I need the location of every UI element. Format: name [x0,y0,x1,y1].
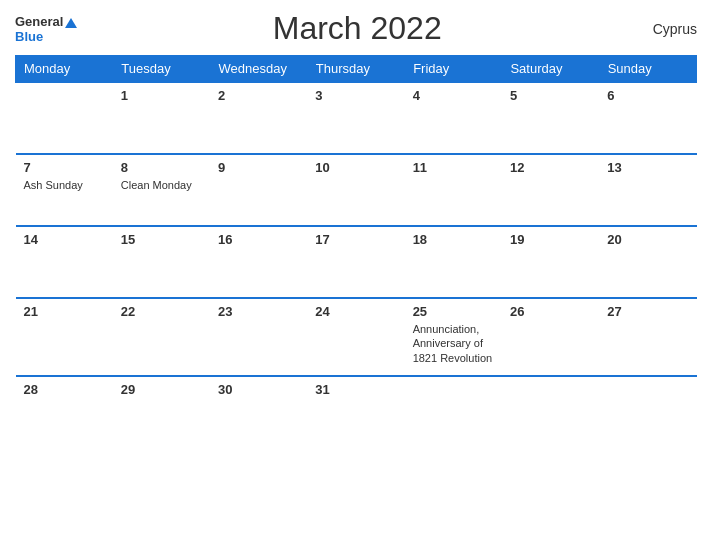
page-title: March 2022 [273,10,442,47]
day-number: 12 [510,160,591,175]
col-friday: Friday [405,56,502,83]
calendar-week-row: 14151617181920 [16,226,697,298]
day-number: 17 [315,232,396,247]
day-number: 10 [315,160,396,175]
calendar-cell: 9 [210,154,307,226]
day-number: 23 [218,304,299,319]
day-number: 14 [24,232,105,247]
day-number: 5 [510,88,591,103]
day-number: 18 [413,232,494,247]
day-number: 19 [510,232,591,247]
day-number: 26 [510,304,591,319]
day-number: 30 [218,382,299,397]
calendar-table: Monday Tuesday Wednesday Thursday Friday… [15,55,697,431]
day-number: 1 [121,88,202,103]
col-thursday: Thursday [307,56,404,83]
calendar-cell [599,376,696,431]
calendar-cell [16,82,113,154]
header: General Blue March 2022 Cyprus [15,10,697,47]
day-number: 13 [607,160,688,175]
logo: General Blue [15,14,77,44]
calendar-cell: 23 [210,298,307,376]
calendar-cell: 30 [210,376,307,431]
calendar-cell: 18 [405,226,502,298]
col-wednesday: Wednesday [210,56,307,83]
calendar-cell: 29 [113,376,210,431]
country-label: Cyprus [637,21,697,37]
calendar-cell: 21 [16,298,113,376]
calendar-week-row: 28293031 [16,376,697,431]
day-number: 11 [413,160,494,175]
day-number: 3 [315,88,396,103]
day-number: 9 [218,160,299,175]
calendar-cell: 2 [210,82,307,154]
logo-triangle-icon [65,18,77,28]
calendar-cell: 8Clean Monday [113,154,210,226]
calendar-cell: 11 [405,154,502,226]
calendar-cell: 3 [307,82,404,154]
col-saturday: Saturday [502,56,599,83]
weekday-header-row: Monday Tuesday Wednesday Thursday Friday… [16,56,697,83]
day-number: 16 [218,232,299,247]
calendar-body: 1234567Ash Sunday8Clean Monday9101112131… [16,82,697,431]
day-number: 2 [218,88,299,103]
calendar-week-row: 7Ash Sunday8Clean Monday910111213 [16,154,697,226]
day-number: 20 [607,232,688,247]
day-number: 27 [607,304,688,319]
day-number: 29 [121,382,202,397]
calendar-cell: 25Annunciation, Anniversary of 1821 Revo… [405,298,502,376]
calendar-cell: 31 [307,376,404,431]
day-number: 4 [413,88,494,103]
calendar-cell: 28 [16,376,113,431]
calendar-week-row: 2122232425Annunciation, Anniversary of 1… [16,298,697,376]
day-number: 6 [607,88,688,103]
calendar-cell: 13 [599,154,696,226]
calendar-cell: 5 [502,82,599,154]
day-number: 24 [315,304,396,319]
calendar-header: Monday Tuesday Wednesday Thursday Friday… [16,56,697,83]
calendar-cell: 19 [502,226,599,298]
logo-general: General [15,14,63,29]
day-number: 8 [121,160,202,175]
calendar-cell: 26 [502,298,599,376]
logo-text: General [15,14,77,29]
calendar-cell: 24 [307,298,404,376]
logo-blue: Blue [15,29,77,44]
day-number: 25 [413,304,494,319]
calendar-cell: 15 [113,226,210,298]
calendar-cell: 22 [113,298,210,376]
day-number: 28 [24,382,105,397]
calendar-cell: 12 [502,154,599,226]
calendar-cell: 16 [210,226,307,298]
calendar-cell: 7Ash Sunday [16,154,113,226]
day-number: 21 [24,304,105,319]
day-number: 7 [24,160,105,175]
calendar-cell: 20 [599,226,696,298]
day-number: 22 [121,304,202,319]
col-tuesday: Tuesday [113,56,210,83]
calendar-cell: 14 [16,226,113,298]
calendar-cell: 10 [307,154,404,226]
calendar-cell: 6 [599,82,696,154]
col-monday: Monday [16,56,113,83]
day-number: 31 [315,382,396,397]
calendar-cell: 17 [307,226,404,298]
calendar-cell: 27 [599,298,696,376]
day-number: 15 [121,232,202,247]
col-sunday: Sunday [599,56,696,83]
calendar-page: General Blue March 2022 Cyprus Monday Tu… [0,0,712,550]
calendar-event: Ash Sunday [24,178,105,192]
calendar-cell [405,376,502,431]
calendar-cell: 4 [405,82,502,154]
calendar-cell: 1 [113,82,210,154]
calendar-event: Clean Monday [121,178,202,192]
calendar-event: Annunciation, Anniversary of 1821 Revolu… [413,322,494,365]
calendar-week-row: 123456 [16,82,697,154]
calendar-cell [502,376,599,431]
